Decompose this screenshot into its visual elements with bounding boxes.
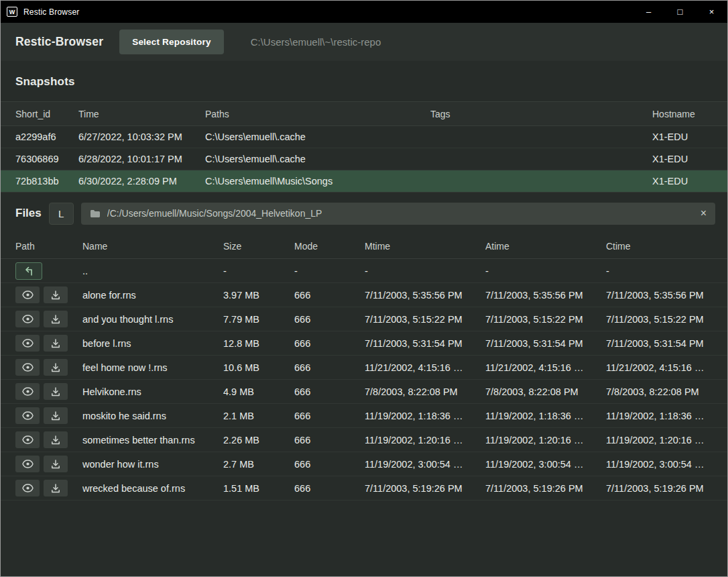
file-size: 4.9 MB [223,386,294,397]
files-bar: Files L /C:/Users/emuell/Music/Songs/200… [15,202,715,225]
return-icon [23,266,34,276]
file-mtime: 11/19/2002, 3:00:54 … [365,459,485,470]
download-icon [51,411,60,421]
file-size: 1.51 MB [223,483,294,494]
file-size: 3.97 MB [223,290,294,301]
file-name: alone for.rns [82,290,223,301]
snapshot-paths: C:\Users\emuell\.cache [205,154,430,164]
download-icon [51,363,60,372]
file-size: - [223,266,294,276]
snapshot-row[interactable]: 76306869 6/28/2022, 10:01:17 PM C:\Users… [1,148,727,170]
snapshot-time: 6/27/2022, 10:03:32 PM [78,132,205,142]
download-button[interactable] [44,431,68,448]
preview-button[interactable] [15,335,40,352]
file-row: wonder how it.rns 2.7 MB 666 11/19/2002,… [1,452,727,476]
file-mode: 666 [294,290,365,301]
snapshot-row[interactable]: a2299af6 6/27/2022, 10:03:32 PM C:\Users… [1,126,727,148]
repository-path: C:\Users\emuell\~\restic-repo [251,36,381,48]
file-mode: - [294,266,365,276]
file-actions [15,431,82,448]
preview-button[interactable] [15,456,40,472]
column-ctime: Ctime [606,241,727,252]
download-button[interactable] [44,335,68,352]
file-ctime: 7/11/2003, 5:35:56 PM [606,290,727,301]
snapshot-short-id: 76306869 [15,154,78,164]
file-mode: 666 [294,338,365,349]
preview-button[interactable] [15,407,40,424]
column-size: Size [223,241,294,252]
file-mode: 666 [294,314,365,325]
column-mtime: Mtime [365,241,485,252]
eye-icon [22,291,34,299]
clear-path-button[interactable]: × [701,208,707,219]
eye-icon [22,435,34,444]
preview-button[interactable] [15,383,40,400]
preview-button[interactable] [15,480,40,496]
file-mtime: 7/11/2003, 5:15:22 PM [365,314,485,325]
file-actions [15,311,82,327]
download-button[interactable] [44,311,68,327]
up-directory-button[interactable] [15,262,42,280]
file-size: 10.6 MB [223,362,294,373]
file-row: wrecked because of.rns 1.51 MB 666 7/11/… [1,476,727,501]
snapshot-hostname: X1-EDU [652,176,727,187]
column-atime: Atime [485,241,606,252]
column-name: Name [82,241,223,252]
eye-icon [22,387,34,396]
file-mtime: 7/11/2003, 5:19:26 PM [365,483,485,494]
window-controls: – □ × [633,1,727,23]
file-actions [15,456,82,472]
file-size: 2.1 MB [223,411,294,421]
file-mode: 666 [294,459,365,470]
column-hostname: Hostname [652,109,727,119]
file-atime: 7/11/2003, 5:15:22 PM [485,314,606,325]
close-button[interactable]: × [696,1,727,23]
preview-button[interactable] [15,286,40,303]
minimize-button[interactable]: – [633,1,664,23]
snapshot-short-id: 72b813bb [15,176,78,187]
list-view-button[interactable]: L [49,203,74,225]
folder-icon [90,209,101,218]
file-size: 7.79 MB [223,314,294,325]
file-mode: 666 [294,411,365,421]
download-button[interactable] [44,383,68,400]
files-table-header: Path Name Size Mode Mtime Atime Ctime [1,233,727,259]
file-size: 2.7 MB [223,459,294,470]
download-button[interactable] [44,407,68,424]
file-mode: 666 [294,386,365,397]
download-button[interactable] [44,480,68,496]
snapshot-hostname: X1-EDU [652,132,727,142]
file-size: 12.8 MB [223,338,294,349]
file-atime: - [485,266,606,276]
snapshot-hostname: X1-EDU [652,154,727,164]
download-button[interactable] [44,359,68,376]
file-row: Helvikone.rns 4.9 MB 666 7/8/2003, 8:22:… [1,380,727,404]
file-mtime: 11/19/2002, 1:20:16 … [365,435,485,445]
maximize-button[interactable]: □ [664,1,696,23]
file-actions [15,262,82,280]
preview-button[interactable] [15,431,40,448]
file-mtime: 11/21/2002, 4:15:16 … [365,362,485,373]
file-ctime: 7/11/2003, 5:19:26 PM [606,483,727,494]
preview-button[interactable] [15,311,40,327]
eye-icon [22,411,34,420]
download-button[interactable] [44,456,68,472]
file-name: wrecked because of.rns [82,483,223,494]
eye-icon [22,460,34,468]
file-actions [15,480,82,496]
app-header: Restic-Browser Select Repository C:\User… [1,23,727,61]
column-path: Path [15,241,82,252]
file-atime: 11/19/2002, 1:20:16 … [485,435,606,445]
download-icon [51,387,60,397]
file-ctime: 11/21/2002, 4:15:16 … [606,362,727,373]
file-row: before l.rns 12.8 MB 666 7/11/2003, 5:31… [1,331,727,356]
file-path-bar[interactable]: /C:/Users/emuell/Music/Songs/2004_Helvet… [81,203,715,225]
preview-button[interactable] [15,359,40,376]
file-actions [15,286,82,303]
snapshot-row-selected[interactable]: 72b813bb 6/30/2022, 2:28:09 PM C:\Users\… [1,170,727,193]
file-mode: 666 [294,483,365,494]
download-button[interactable] [44,286,68,303]
select-repository-button[interactable]: Select Repository [119,30,223,54]
file-name: wonder how it.rns [82,459,223,470]
file-name: before l.rns [82,338,223,349]
